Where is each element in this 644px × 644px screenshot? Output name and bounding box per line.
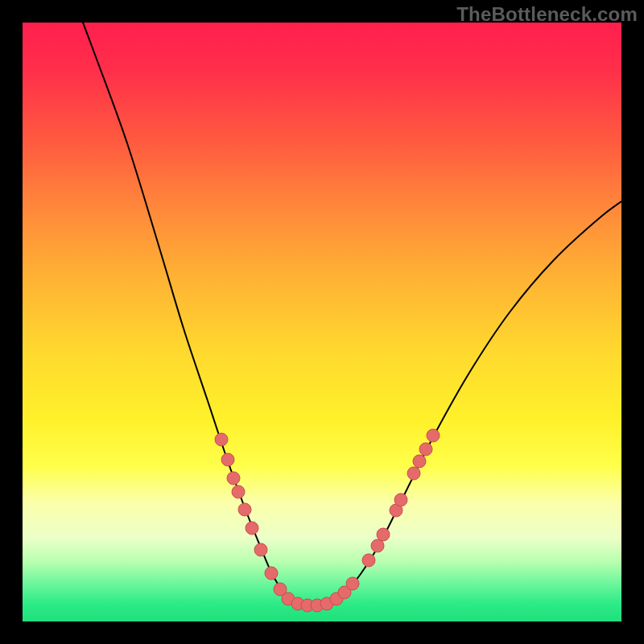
highlight-dot: [215, 433, 228, 446]
watermark-text: TheBottleneck.com: [456, 3, 638, 26]
bottleneck-curve: [71, 23, 621, 605]
highlight-dot: [232, 485, 245, 498]
highlight-dot: [377, 528, 390, 541]
highlight-dot: [346, 577, 359, 590]
highlight-dots-group: [215, 429, 440, 612]
highlight-dot: [407, 467, 420, 480]
highlight-dot: [254, 543, 267, 556]
highlight-dot: [265, 567, 278, 580]
highlight-dot: [371, 539, 384, 552]
highlight-dot: [227, 472, 240, 485]
highlight-dot: [238, 503, 251, 516]
chart-svg: [23, 23, 621, 621]
chart-frame: TheBottleneck.com: [0, 0, 644, 644]
highlight-dot: [419, 443, 432, 456]
plot-area: [23, 23, 621, 621]
highlight-dot: [362, 554, 375, 567]
highlight-dot: [246, 522, 258, 535]
highlight-dot: [427, 429, 440, 442]
highlight-dot: [221, 453, 234, 466]
highlight-dot: [394, 493, 407, 506]
highlight-dot: [413, 455, 426, 468]
